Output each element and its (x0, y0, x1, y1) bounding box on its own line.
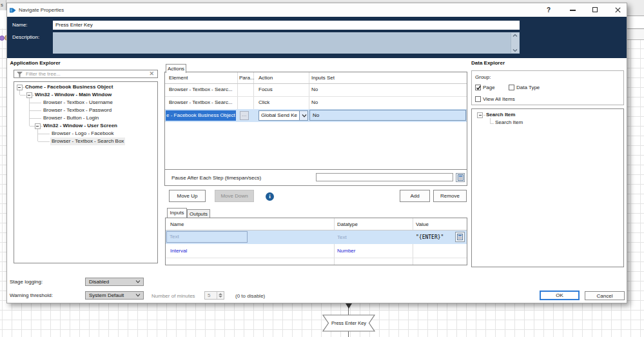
minus-icon (36, 126, 39, 127)
minus-icon (28, 95, 30, 96)
collapse-icon[interactable] (477, 112, 483, 118)
pause-input[interactable] (316, 173, 453, 181)
data-explorer-title: Data Explorer (471, 60, 505, 66)
input-name-link[interactable]: Interval (170, 244, 187, 258)
tree-item-user-screen[interactable]: Win32 - Window - User Screen (14, 122, 158, 130)
tab-inputs[interactable]: Inputs (167, 208, 187, 218)
input-datatype: Text (337, 230, 347, 244)
spin-up-icon[interactable] (219, 293, 222, 295)
tree-item-label: Win32 - Window - Main Window (34, 91, 113, 99)
tab-outputs[interactable]: Outputs (187, 209, 210, 218)
navigate-properties-dialog: Navigate Properties ? Name: Press Enter … (6, 3, 627, 303)
tree-item-login[interactable]: Browser - Button - Login (14, 114, 158, 122)
tree-item-logo-facebook[interactable]: Browser - Logo - Facebook (14, 130, 158, 138)
warning-threshold-value: System Default (89, 292, 124, 299)
name-input[interactable]: Press Enter Key (53, 21, 520, 30)
minutes-spinner[interactable]: 5 (204, 291, 224, 300)
calculator-icon (458, 174, 463, 181)
tab-outputs-label: Outputs (190, 211, 208, 217)
input-name-edit[interactable]: Text (166, 231, 248, 243)
spinner-arrows[interactable] (217, 292, 224, 299)
pause-label: Pause After Each Step (timespan/secs) (171, 175, 261, 181)
inputs-grid: Name Datatype Value Text Text "{ENTER}" (165, 218, 467, 265)
col-header-element[interactable]: Element (169, 73, 188, 83)
tree-item-label: Browser - Textbox - Username (42, 99, 114, 107)
value-calculator-button[interactable] (455, 232, 465, 242)
input-value[interactable]: "{ENTER}" (416, 230, 444, 244)
action-dropdown[interactable]: Global Send Ke (259, 110, 308, 121)
info-icon: i (266, 192, 274, 201)
spinner-value: 5 (208, 292, 210, 299)
description-label: Description: (12, 34, 39, 40)
cancel-button[interactable]: Cancel (585, 291, 625, 300)
tree-item-label: Search Item (494, 119, 524, 127)
spin-down-icon[interactable] (219, 296, 222, 298)
minimize-button[interactable] (567, 3, 578, 17)
col-header-action[interactable]: Action (259, 73, 273, 83)
col-header-params[interactable]: Para... (239, 73, 255, 83)
action-dropdown-value: Global Send Ke (261, 111, 298, 120)
action-row-3-selected[interactable]: e - Facebook Business Object ... Global … (165, 109, 467, 122)
remove-button[interactable]: Remove (433, 190, 467, 202)
filter-clear-icon[interactable]: ✕ (149, 70, 154, 77)
tree-item-business-object[interactable]: Chome - Facebook Business Object (14, 83, 158, 91)
minus-icon (479, 115, 482, 116)
col-header-value[interactable]: Value (416, 220, 429, 230)
scroll-up-icon[interactable] (511, 33, 519, 39)
tree-item-main-window[interactable]: Win32 - Window - Main Window (14, 91, 158, 99)
data-explorer-tree: Search Item Search Item (471, 108, 624, 267)
right-divider-1 (627, 15, 644, 16)
input-row-text-selected[interactable]: Text Text "{ENTER}" (166, 230, 467, 244)
move-down-button[interactable]: Move Down (215, 190, 254, 202)
stage-logging-value: Disabled (89, 278, 109, 285)
cell-inputs-set: No (311, 96, 318, 109)
dialog-titlebar[interactable]: Navigate Properties ? (7, 3, 627, 17)
checkbox-icon[interactable] (475, 85, 481, 90)
screen: s Press Enter Key Navigate Properties ? … (0, 0, 644, 337)
collapse-icon[interactable] (35, 123, 41, 129)
checkbox-icon[interactable] (475, 96, 481, 102)
cell-element: Browser - Textbox - Searc... (169, 96, 233, 109)
dropdown-button[interactable] (299, 111, 307, 120)
number-of-minutes-label: Number of minutes (151, 293, 195, 300)
description-input[interactable] (53, 32, 520, 54)
tree-item-username[interactable]: Browser - Textbox - Username (14, 99, 158, 107)
stage-logging-dropdown[interactable]: Disabled (85, 278, 144, 286)
maximize-button[interactable] (589, 3, 601, 17)
tree-item-password[interactable]: Browser - Textbox - Password (14, 107, 158, 114)
col-header-datatype[interactable]: Datatype (337, 220, 358, 230)
checkbox-icon[interactable] (509, 85, 514, 90)
description-scrollbar[interactable] (511, 33, 519, 53)
params-ellipsis-button[interactable]: ... (240, 111, 249, 120)
move-up-button[interactable]: Move Up (169, 190, 206, 202)
inputs-set-cell[interactable]: No (309, 110, 466, 121)
dialog-header: Name: Press Enter Key Description: (7, 17, 627, 58)
col-header-inputs-set[interactable]: Inputs Set (311, 73, 335, 83)
background-toolbar-fragment: s (0, 0, 6, 10)
checkbox-data-type[interactable]: Data Type (509, 85, 573, 91)
tree-item-search-item[interactable]: Search Item (472, 119, 623, 127)
close-button[interactable] (612, 3, 623, 17)
tree-filter-box[interactable]: Filter the tree... ✕ (14, 70, 158, 78)
collapse-icon[interactable] (26, 92, 32, 98)
tree-item-search-box[interactable]: Browser - Textbox - Search Box (14, 138, 158, 145)
tree-item-search-item-group[interactable]: Search Item (472, 111, 623, 119)
warning-threshold-dropdown[interactable]: System Default (85, 291, 144, 300)
tab-actions[interactable]: Actions (166, 64, 186, 73)
right-divider-3 (627, 39, 644, 40)
minimize-icon (570, 10, 576, 11)
scroll-down-icon[interactable] (511, 47, 519, 53)
element-edit-selected-text[interactable]: e - Facebook Business Object (166, 110, 236, 121)
warning-threshold-label: Warning threshold: (10, 292, 53, 299)
name-label: Name: (12, 22, 28, 28)
ok-button[interactable]: OK (540, 291, 580, 300)
col-header-name[interactable]: Name (170, 220, 184, 230)
tree-item-label: Chome - Facebook Business Object (24, 83, 114, 91)
checkbox-view-all-items[interactable]: View All Items (475, 96, 552, 103)
collapse-icon[interactable] (17, 85, 23, 90)
tab-inputs-label: Inputs (170, 210, 184, 216)
help-button[interactable]: ? (543, 3, 554, 17)
navigate-stage-label: Press Enter Key (322, 314, 376, 332)
pause-calculator-button[interactable] (456, 173, 465, 182)
add-button[interactable]: Add (400, 190, 430, 202)
